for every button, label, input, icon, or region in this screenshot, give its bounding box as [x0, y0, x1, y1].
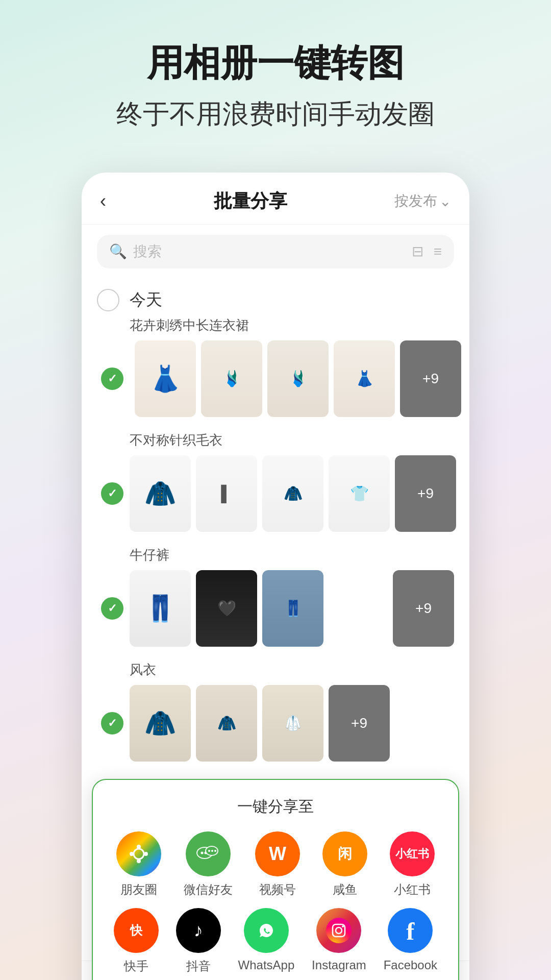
share-item-xiaohongshu[interactable]: 小红书 小红书 [390, 831, 435, 898]
pengyouquan-label: 朋友圈 [120, 881, 157, 898]
share-item-whatsapp[interactable]: WhatsApp [238, 908, 295, 974]
product-item-4: 风衣 🧥 🧥 🥼 +9 [130, 661, 454, 762]
product-name-2: 不对称针织毛衣 [130, 431, 454, 449]
search-icon: 🔍 [109, 243, 127, 260]
product-name-1: 花卉刺绣中长连衣裙 [130, 316, 454, 334]
pengyouquan-icon [116, 831, 161, 876]
back-button[interactable]: ‹ [100, 190, 106, 212]
kuaishou-icon: 快 [114, 908, 159, 953]
svg-point-3 [137, 859, 141, 863]
thumb-1-more: +9 [400, 340, 461, 417]
shipin-icon: W [255, 831, 300, 876]
thumb-2-more: +9 [395, 455, 456, 532]
product-images-1: 👗 🩱 🩱 👗 +9 [130, 340, 454, 417]
svg-point-0 [134, 849, 144, 859]
share-item-kuaishou[interactable]: 快 快手 [114, 908, 159, 974]
product-name-4: 风衣 [130, 661, 454, 679]
xiaohongshu-label: 小红书 [394, 881, 431, 898]
thumb-2-3: 🧥 [262, 455, 323, 532]
xianyu-label: 咸鱼 [333, 881, 357, 898]
thumb-1-4: 👗 [334, 340, 395, 417]
svg-point-1 [137, 845, 141, 849]
nav-title: 批量分享 [214, 189, 287, 214]
facebook-icon: f [388, 908, 433, 953]
search-actions: ⊟ ≡ [412, 243, 442, 260]
thumb-1-2: 🩱 [201, 340, 262, 417]
svg-text:快: 快 [130, 923, 143, 937]
product-item-2: 不对称针织毛衣 🧥 ▌ 🧥 👕 +9 [130, 431, 454, 532]
thumb-1-1: 👗 [135, 340, 196, 417]
product-item-3: 牛仔裤 👖 🖤 👖 +9 [130, 546, 454, 647]
check-3[interactable] [101, 597, 123, 620]
thumb-2-4: 👕 [329, 455, 390, 532]
thumb-3-more: +9 [393, 570, 454, 647]
product-item-1: 花卉刺绣中长连衣裙 👗 🩱 🩱 👗 +9 [130, 316, 454, 417]
page-title: 用相册一键转图 [31, 41, 520, 85]
share-item-facebook[interactable]: f Facebook [384, 908, 437, 974]
date-circle-today[interactable] [97, 289, 119, 311]
svg-rect-17 [326, 918, 352, 943]
sort-label: 按发布 [394, 191, 437, 211]
share-popup: 一键分享至 朋友圈 [92, 779, 459, 980]
weixin-icon [186, 831, 231, 876]
layout-icon[interactable]: ⊟ [412, 243, 423, 260]
xianyu-icon: 闲 [322, 831, 367, 876]
share-item-shipin[interactable]: W 视频号 [255, 831, 300, 898]
share-item-xianyu[interactable]: 闲 咸鱼 [322, 831, 367, 898]
douyin-label: 抖音 [186, 958, 211, 974]
date-group-today: 今天 花卉刺绣中长连衣裙 👗 🩱 🩱 👗 +9 不对称针织毛衣 🧥 ▌ [82, 279, 469, 762]
sort-button[interactable]: 按发布 ⌄ [394, 191, 451, 211]
check-2[interactable] [101, 482, 123, 505]
thumb-2-2: ▌ [196, 455, 257, 532]
svg-point-2 [144, 852, 148, 856]
svg-point-12 [211, 850, 213, 852]
app-nav: ‹ 批量分享 按发布 ⌄ [82, 173, 469, 225]
check-4[interactable] [101, 712, 123, 734]
check-1[interactable] [101, 368, 123, 390]
share-popup-title: 一键分享至 [105, 796, 446, 817]
douyin-icon: ♪ [176, 908, 221, 953]
weixin-label: 微信好友 [184, 881, 233, 898]
xiaohongshu-icon: 小红书 [390, 831, 435, 876]
thumb-4-more: +9 [329, 685, 390, 762]
share-icons-row-2: 快 快手 ♪ 抖音 [105, 908, 446, 974]
share-icons-row-1: 朋友圈 微信好友 [105, 831, 446, 898]
share-item-instagram[interactable]: Instagram [312, 908, 366, 974]
date-label-today: 今天 [130, 289, 162, 311]
share-item-douyin[interactable]: ♪ 抖音 [176, 908, 221, 974]
svg-point-4 [130, 852, 134, 856]
share-item-pengyouquan[interactable]: 朋友圈 [116, 831, 161, 898]
thumb-3-3: 👖 [262, 570, 323, 647]
product-name-3: 牛仔裤 [130, 546, 454, 564]
thumb-4-3: 🥼 [262, 685, 323, 762]
sort-chevron-icon: ⌄ [439, 193, 451, 210]
instagram-label: Instagram [312, 958, 366, 972]
whatsapp-label: WhatsApp [238, 958, 295, 972]
thumb-2-1: 🧥 [130, 455, 191, 532]
thumb-4-1: 🧥 [130, 685, 191, 762]
svg-point-7 [201, 851, 204, 854]
facebook-label: Facebook [384, 958, 437, 972]
svg-point-13 [214, 850, 216, 852]
search-input[interactable]: 搜索 [133, 242, 406, 261]
instagram-icon [316, 908, 361, 953]
phone-frame: ‹ 批量分享 按发布 ⌄ 🔍 搜索 ⊟ ≡ 今天 花卉刺绣中长连衣裙 👗 [82, 173, 469, 980]
shipin-label: 视频号 [259, 881, 296, 898]
date-header-today[interactable]: 今天 [97, 279, 454, 316]
search-bar[interactable]: 🔍 搜索 ⊟ ≡ [97, 235, 454, 268]
svg-point-20 [342, 925, 344, 927]
thumb-3-1: 👖 [130, 570, 191, 647]
header-section: 用相册一键转图 终于不用浪费时间手动发圈 [0, 0, 551, 162]
share-item-weixin[interactable]: 微信好友 [184, 831, 233, 898]
kuaishou-label: 快手 [124, 958, 148, 974]
thumb-4-2: 🧥 [196, 685, 257, 762]
page-subtitle: 终于不用浪费时间手动发圈 [31, 97, 520, 132]
filter-icon[interactable]: ≡ [434, 243, 442, 260]
svg-point-11 [208, 850, 210, 852]
thumb-1-3: 🩱 [267, 340, 329, 417]
thumb-3-2: 🖤 [196, 570, 257, 647]
whatsapp-icon [244, 908, 289, 953]
